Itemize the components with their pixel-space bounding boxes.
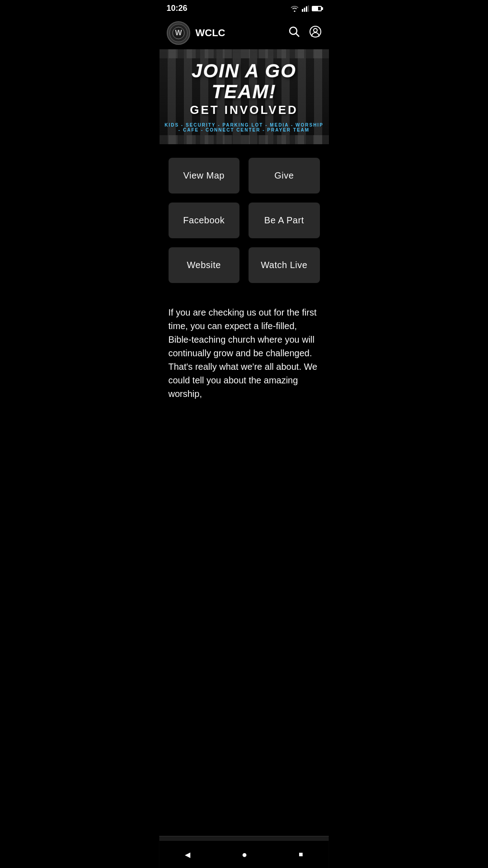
profile-icon[interactable] bbox=[309, 25, 322, 41]
home-button[interactable]: ● bbox=[242, 849, 247, 860]
status-time: 10:26 bbox=[167, 4, 188, 13]
banner-title: JOIN A GO TEAM! bbox=[164, 61, 324, 102]
search-icon[interactable] bbox=[288, 26, 300, 40]
system-nav-bar: ◀ ● ■ bbox=[160, 841, 329, 868]
banner-subtitle: GET INVOLVED bbox=[164, 103, 324, 117]
svg-rect-2 bbox=[306, 6, 307, 12]
app-title: WCLC bbox=[196, 27, 225, 39]
banner-content: JOIN A GO TEAM! GET INVOLVED KIDS - SECU… bbox=[160, 49, 329, 137]
signal-icon bbox=[302, 5, 309, 12]
app-header: W WCLC bbox=[160, 17, 329, 49]
header-left: W WCLC bbox=[167, 21, 225, 45]
facebook-button[interactable]: Facebook bbox=[169, 203, 240, 238]
recents-button[interactable]: ■ bbox=[299, 850, 303, 859]
svg-rect-1 bbox=[304, 8, 305, 12]
banner: JOIN A GO TEAM! GET INVOLVED KIDS - SECU… bbox=[160, 49, 329, 144]
banner-tagline: KIDS - SECURITY - PARKING LOT - MEDIA - … bbox=[164, 123, 324, 132]
give-button[interactable]: Give bbox=[249, 158, 320, 193]
svg-text:W: W bbox=[175, 29, 182, 37]
action-buttons-grid: View Map Give Facebook Be A Part Website… bbox=[160, 144, 329, 297]
wifi-icon bbox=[290, 5, 299, 12]
back-button[interactable]: ◀ bbox=[185, 850, 190, 859]
watch-live-button[interactable]: Watch Live bbox=[249, 247, 320, 283]
svg-rect-0 bbox=[302, 9, 303, 12]
svg-point-6 bbox=[290, 27, 297, 34]
logo-letter: W bbox=[169, 24, 188, 42]
svg-point-9 bbox=[314, 28, 317, 32]
view-map-button[interactable]: View Map bbox=[169, 158, 240, 193]
be-a-part-button[interactable]: Be A Part bbox=[249, 203, 320, 238]
status-icons bbox=[290, 5, 322, 12]
app-logo[interactable]: W bbox=[167, 21, 190, 45]
website-button[interactable]: Website bbox=[169, 247, 240, 283]
svg-line-7 bbox=[296, 33, 299, 37]
description-text: If you are checking us out for the first… bbox=[169, 306, 320, 401]
description-section: If you are checking us out for the first… bbox=[160, 297, 329, 405]
header-right bbox=[288, 25, 322, 41]
battery-icon bbox=[312, 6, 322, 11]
status-bar: 10:26 bbox=[160, 0, 329, 17]
svg-rect-3 bbox=[308, 5, 309, 12]
